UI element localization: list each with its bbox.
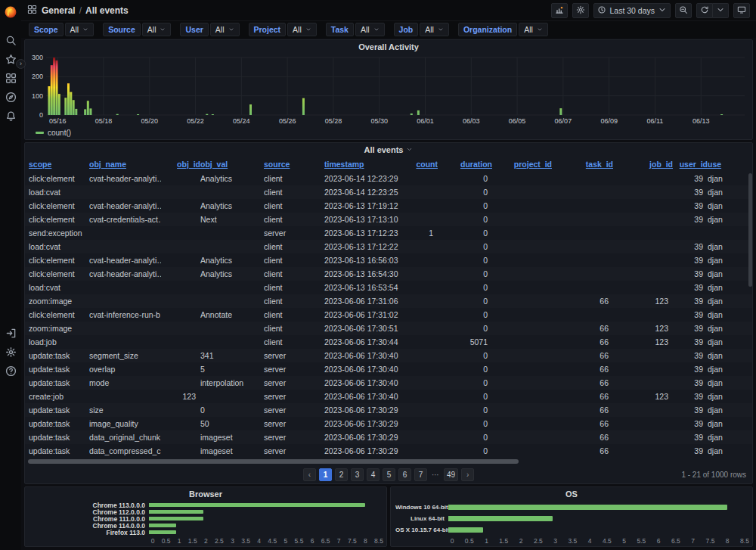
- panel-analytics-button[interactable]: [551, 3, 568, 18]
- column-header-count[interactable]: count: [409, 160, 438, 169]
- alerting-bell-icon[interactable]: [3, 108, 18, 123]
- hbar-bar[interactable]: [149, 530, 176, 534]
- column-header-use[interactable]: use: [708, 160, 748, 169]
- filter-value-dropdown[interactable]: All: [142, 23, 172, 36]
- x-axis-tick: 2.5: [534, 537, 543, 545]
- vertical-scrollbar-thumb[interactable]: [748, 173, 752, 287]
- cell-timestamp: 2023-06-14 12:23:29: [324, 174, 409, 183]
- gear-icon[interactable]: [3, 344, 18, 359]
- refresh-icon: [700, 5, 709, 16]
- column-header-job_id[interactable]: job_id: [613, 160, 673, 169]
- cell-scope: load:cvat: [29, 188, 89, 197]
- pagination-page-49[interactable]: 49: [444, 468, 458, 481]
- cell-use: djan: [708, 201, 748, 210]
- activity-chart-svg[interactable]: 010020030005/1605/1805/2005/2205/2405/26…: [28, 53, 748, 127]
- filter-label: Task: [326, 23, 354, 36]
- column-header-obj_id[interactable]: obj_id: [161, 160, 200, 169]
- hbar-bar[interactable]: [149, 510, 203, 514]
- filter-value-dropdown[interactable]: All: [355, 23, 385, 36]
- search-icon[interactable]: [3, 33, 18, 48]
- cell-source: client: [264, 337, 324, 346]
- x-axis-tick: 5.5: [295, 537, 304, 545]
- cell-scope: click:element: [29, 215, 89, 224]
- pagination-prev-button[interactable]: ‹: [303, 468, 316, 481]
- panel-title-overall-activity[interactable]: Overall Activity: [25, 40, 752, 53]
- cell-duration: 0: [438, 297, 492, 306]
- horizontal-scrollbar-thumb[interactable]: [28, 459, 519, 464]
- filter-value-dropdown[interactable]: All: [65, 23, 94, 36]
- svg-text:05/26: 05/26: [279, 117, 296, 125]
- activity-bar: [249, 104, 252, 115]
- pagination-page-5[interactable]: 5: [383, 468, 395, 481]
- hbar-row: Linux 64-bit: [395, 513, 745, 524]
- pagination-next-button[interactable]: ›: [461, 468, 474, 481]
- column-header-timestamp[interactable]: timestamp: [324, 160, 409, 169]
- sign-in-icon[interactable]: [3, 325, 18, 340]
- hbar-bar[interactable]: [149, 524, 176, 527]
- panel-title-all-events[interactable]: All events: [25, 143, 752, 156]
- filter-value-dropdown[interactable]: All: [287, 23, 317, 36]
- activity-bar: [75, 109, 77, 115]
- dashboard-settings-button[interactable]: [572, 3, 589, 18]
- panel-menu-caret-icon[interactable]: [406, 145, 413, 154]
- hbar-bar[interactable]: [149, 503, 365, 507]
- hbar-bar[interactable]: [448, 505, 727, 510]
- cell-user_id: 39: [673, 201, 708, 210]
- grafana-logo[interactable]: [3, 5, 18, 20]
- explore-compass-icon[interactable]: [3, 89, 18, 104]
- hbar-bar[interactable]: [448, 516, 553, 521]
- column-header-project_id[interactable]: project_id: [492, 160, 552, 169]
- filter-scope: ScopeAll: [29, 23, 94, 36]
- hbar-bar[interactable]: [448, 527, 483, 533]
- apps-icon[interactable]: [3, 70, 18, 85]
- table-row: update:taskoverlap5server2023-06-06 17:3…: [25, 362, 752, 376]
- help-icon[interactable]: [3, 363, 18, 378]
- legend-label[interactable]: count(): [48, 129, 71, 137]
- activity-bar: [559, 108, 562, 115]
- panel-title-browser[interactable]: Browser: [25, 487, 386, 500]
- kiosk-mode-button[interactable]: [733, 3, 750, 18]
- cell-obj_val: Analytics: [200, 201, 264, 210]
- hbar-bar[interactable]: [149, 517, 203, 520]
- pagination-ellipsis: ⋯: [430, 471, 441, 479]
- cell-use: djan: [708, 297, 748, 306]
- column-header-obj_name[interactable]: obj_name: [89, 160, 161, 169]
- column-header-source[interactable]: source: [264, 160, 324, 169]
- pagination-page-3[interactable]: 3: [351, 468, 364, 481]
- pagination-page-1[interactable]: 1: [319, 468, 332, 481]
- vertical-scrollbar[interactable]: [748, 173, 752, 453]
- refresh-button[interactable]: [696, 3, 713, 18]
- column-header-obj_val[interactable]: obj_val: [200, 160, 264, 169]
- pagination-page-2[interactable]: 2: [335, 468, 348, 481]
- cell-duration: 0: [438, 201, 492, 210]
- refresh-interval-dropdown[interactable]: [713, 3, 729, 18]
- cell-user_id: 39: [673, 174, 708, 183]
- hbar-track: [448, 505, 745, 510]
- horizontal-scrollbar[interactable]: [28, 458, 749, 465]
- column-header-user_id[interactable]: user_id: [673, 160, 708, 169]
- filter-value-dropdown[interactable]: All: [519, 23, 548, 36]
- panel-title-os[interactable]: OS: [391, 487, 752, 500]
- sidebar-expand-button[interactable]: ›: [16, 59, 26, 69]
- cell-obj_name: cvat-credentials-act…: [89, 215, 161, 224]
- column-header-task_id[interactable]: task_id: [552, 160, 613, 169]
- pagination-page-4[interactable]: 4: [367, 468, 380, 481]
- x-axis-tick: 3: [553, 537, 557, 545]
- activity-bar: [70, 92, 72, 115]
- time-range-picker[interactable]: Last 30 days: [593, 3, 671, 18]
- pagination-page-6[interactable]: 6: [398, 468, 411, 481]
- hbar-track: [149, 530, 379, 534]
- zoom-out-button[interactable]: [675, 3, 692, 18]
- cell-task_id: 66: [552, 419, 613, 428]
- cell-user_id: 39: [673, 324, 708, 333]
- column-header-scope[interactable]: scope: [29, 160, 89, 169]
- breadcrumb-folder[interactable]: General: [42, 5, 76, 16]
- cell-duration: 0: [438, 228, 492, 238]
- cell-source: client: [264, 201, 324, 210]
- cell-obj_val: Annotate: [200, 310, 264, 319]
- column-header-duration[interactable]: duration: [438, 160, 492, 169]
- filter-value-dropdown[interactable]: All: [210, 23, 240, 36]
- pagination-page-7[interactable]: 7: [414, 468, 427, 481]
- filter-value-dropdown[interactable]: All: [420, 23, 449, 36]
- cell-use: djan: [708, 283, 748, 292]
